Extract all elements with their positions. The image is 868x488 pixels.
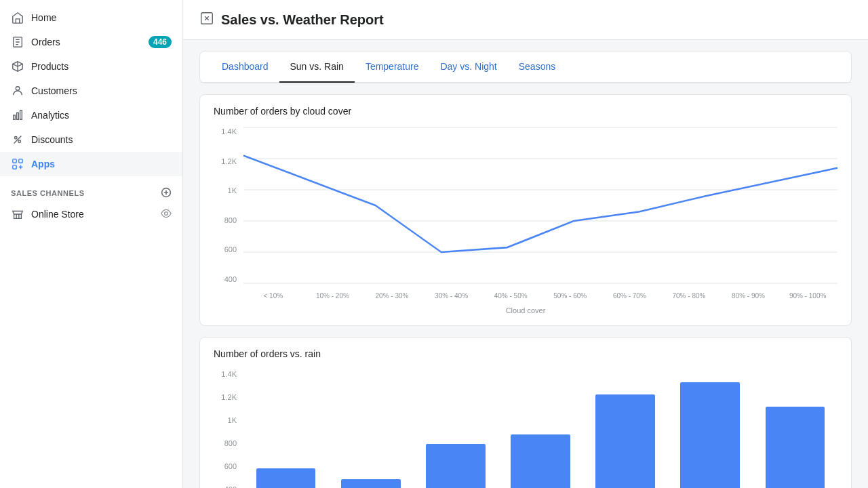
sidebar-item-discounts-label: Discounts bbox=[31, 134, 172, 145]
bar-group bbox=[583, 370, 668, 488]
bar-group bbox=[498, 370, 583, 488]
svg-point-1 bbox=[16, 87, 19, 90]
svg-rect-2 bbox=[14, 115, 16, 119]
sidebar-item-home-label: Home bbox=[31, 12, 172, 23]
bar bbox=[766, 407, 825, 488]
sidebar-item-home[interactable]: Home bbox=[0, 5, 182, 30]
svg-rect-8 bbox=[19, 159, 22, 163]
sidebar: Home Orders 446 Products Customers Analy… bbox=[0, 0, 183, 488]
tab-temperature[interactable]: Temperature bbox=[355, 52, 430, 83]
tab-dashboard[interactable]: Dashboard bbox=[211, 52, 279, 83]
sidebar-item-apps[interactable]: Apps bbox=[0, 152, 182, 176]
svg-rect-7 bbox=[13, 159, 16, 163]
sidebar-item-online-store[interactable]: Online Store bbox=[0, 202, 182, 226]
bar bbox=[680, 382, 740, 488]
sidebar-item-analytics[interactable]: Analytics bbox=[0, 103, 182, 127]
page-title: Sales vs. Weather Report bbox=[221, 12, 384, 28]
add-sales-channel-icon[interactable] bbox=[161, 187, 172, 199]
tab-sun-vs-rain[interactable]: Sun vs. Rain bbox=[279, 52, 355, 83]
sidebar-item-discounts[interactable]: Discounts bbox=[0, 127, 182, 152]
svg-point-11 bbox=[165, 211, 168, 215]
products-icon bbox=[11, 60, 24, 73]
bar bbox=[511, 434, 570, 488]
bar-group bbox=[753, 370, 837, 488]
content-area: Dashboard Sun vs. Rain Temperature Day v… bbox=[183, 40, 868, 488]
tab-day-vs-night[interactable]: Day vs. Night bbox=[429, 52, 507, 83]
svg-rect-3 bbox=[17, 113, 19, 119]
bar-group bbox=[668, 370, 753, 488]
line-chart-inner bbox=[243, 127, 837, 283]
tab-seasons[interactable]: Seasons bbox=[508, 52, 566, 83]
svg-rect-9 bbox=[13, 165, 16, 169]
sidebar-item-customers[interactable]: Customers bbox=[0, 79, 182, 103]
apps-icon bbox=[11, 157, 24, 171]
bar-chart-y-labels: 1.4K 1.2K 1K 800 600 400 200 0 bbox=[214, 370, 241, 488]
tabs: Dashboard Sun vs. Rain Temperature Day v… bbox=[200, 52, 851, 83]
home-icon bbox=[11, 11, 24, 24]
sidebar-item-orders-label: Orders bbox=[31, 37, 142, 47]
orders-icon bbox=[11, 35, 24, 49]
sidebar-item-orders[interactable]: Orders 446 bbox=[0, 30, 182, 54]
sidebar-item-apps-label: Apps bbox=[31, 159, 172, 169]
bar-chart-bars bbox=[243, 370, 837, 488]
line-chart-wrap: 1.4K 1.2K 1K 800 600 400 bbox=[214, 127, 837, 304]
bar-chart-wrap: 1.4K 1.2K 1K 800 600 400 200 0 No rain V… bbox=[214, 370, 837, 488]
bar-group bbox=[328, 370, 413, 488]
store-icon bbox=[11, 207, 24, 221]
svg-rect-4 bbox=[20, 110, 22, 120]
bar bbox=[341, 479, 401, 488]
bar-chart-title: Number of orders vs. rain bbox=[214, 348, 837, 359]
line-chart-card: Number of orders by cloud cover 1.4K 1.2… bbox=[199, 94, 852, 326]
sidebar-item-analytics-label: Analytics bbox=[31, 110, 172, 121]
analytics-icon bbox=[11, 108, 24, 122]
sales-channels-header: SALES CHANNELS bbox=[0, 176, 182, 202]
line-chart-x-labels: < 10% 10% - 20% 20% - 30% 30% - 40% 40% … bbox=[243, 287, 837, 304]
svg-point-6 bbox=[18, 140, 21, 143]
customers-icon bbox=[11, 84, 24, 98]
line-chart-y-labels: 1.4K 1.2K 1K 800 600 400 bbox=[214, 127, 241, 283]
line-chart-x-axis-title: Cloud cover bbox=[214, 306, 837, 314]
bar bbox=[595, 394, 655, 488]
sidebar-item-customers-label: Customers bbox=[31, 85, 172, 96]
sidebar-item-online-store-label: Online Store bbox=[31, 209, 154, 220]
bar bbox=[426, 444, 486, 488]
bar-group bbox=[243, 370, 328, 488]
sidebar-item-products-label: Products bbox=[31, 61, 172, 72]
bar-group bbox=[413, 370, 498, 488]
tabs-container: Dashboard Sun vs. Rain Temperature Day v… bbox=[199, 51, 852, 83]
page-header: Sales vs. Weather Report bbox=[183, 0, 868, 40]
svg-point-5 bbox=[15, 137, 18, 140]
sidebar-item-products[interactable]: Products bbox=[0, 54, 182, 79]
line-chart-title: Number of orders by cloud cover bbox=[214, 106, 837, 117]
bar bbox=[256, 468, 316, 488]
discounts-icon bbox=[11, 133, 24, 146]
orders-badge: 446 bbox=[149, 36, 172, 48]
online-store-visibility-icon[interactable] bbox=[161, 208, 172, 221]
weather-report-icon bbox=[199, 11, 214, 28]
main-content: Sales vs. Weather Report Dashboard Sun v… bbox=[183, 0, 868, 488]
bar-chart-card: Number of orders vs. rain 1.4K 1.2K 1K 8… bbox=[199, 337, 852, 488]
